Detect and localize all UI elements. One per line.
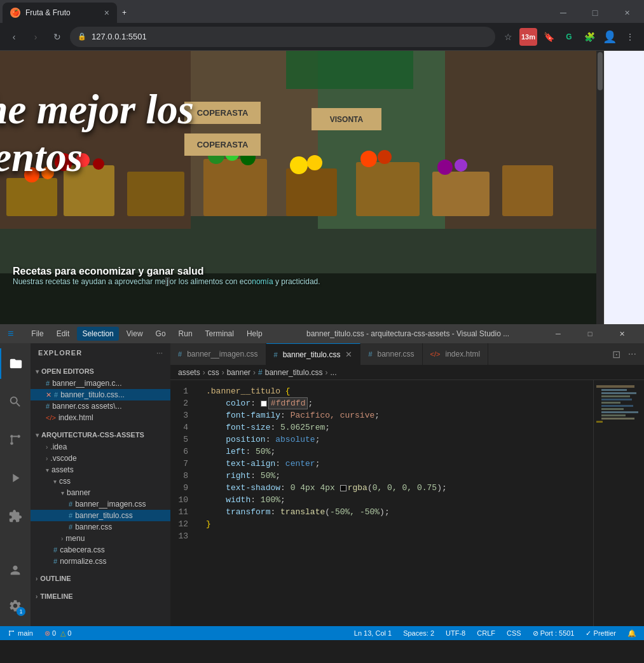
- editor-tab-bar: # banner__imagen.css # banner_titulo.css…: [170, 343, 644, 366]
- minimap-line-11: [601, 418, 634, 420]
- browser-maximize-button[interactable]: □: [580, 3, 610, 23]
- activity-explorer-icon[interactable]: [0, 348, 31, 379]
- editor-content[interactable]: 1 2 3 4 5 6 7 8 9 10 11 12 13 .banner__t…: [170, 380, 644, 626]
- file-banner-css[interactable]: # banner.css: [31, 521, 170, 533]
- menu-help[interactable]: Help: [242, 327, 268, 341]
- project-header[interactable]: ▾ ARQUITECTURA-CSS-ASSETS: [31, 428, 170, 441]
- open-editors-header[interactable]: ▾ OPEN EDITORS: [31, 365, 170, 378]
- status-bar-right: Ln 13, Col 1 Spaces: 2 UTF-8 CRLF CSS ⊘ …: [352, 629, 639, 638]
- language-item[interactable]: CSS: [504, 629, 524, 637]
- editor-breadcrumb: assets › css › banner › # banner_titulo.…: [170, 366, 644, 380]
- grammarly-icon[interactable]: G: [560, 28, 578, 46]
- scrollbar-thumb[interactable]: [598, 52, 603, 90]
- folder-idea[interactable]: › .idea: [31, 441, 170, 453]
- viewport-container: COPERASTA COPERASTA VISONTA Reaproveche …: [0, 51, 644, 324]
- website-description: Nuestras recetas te ayudan a aprovechar …: [13, 277, 591, 286]
- timeline-header[interactable]: › TIMELINE: [31, 590, 170, 603]
- activity-debug-icon[interactable]: [0, 463, 31, 493]
- code-line-13: [206, 530, 593, 542]
- property-left: left: [226, 447, 245, 456]
- code-text[interactable]: .banner__titulo { color: #fdfdfd; font-f…: [196, 380, 593, 626]
- port-item[interactable]: ⊘ Port : 5501: [530, 629, 577, 638]
- folder-banner[interactable]: ▾ banner: [31, 487, 170, 498]
- tab-close-button[interactable]: ×: [104, 8, 109, 18]
- semicolon-8: ;: [275, 471, 280, 481]
- prettier-item[interactable]: ✓ Prettier: [583, 629, 619, 638]
- folder-css-arrow: ▾: [53, 478, 57, 485]
- open-editor-banner-css[interactable]: # banner.css assets\...: [31, 400, 170, 412]
- menu-file[interactable]: File: [26, 327, 48, 341]
- vscode-maximize-button[interactable]: □: [575, 324, 605, 343]
- menu-view[interactable]: View: [121, 327, 148, 341]
- editor-more-icon[interactable]: ···: [626, 346, 639, 363]
- bookmark-star-icon[interactable]: ☆: [499, 28, 517, 46]
- line-ending-item[interactable]: CRLF: [474, 629, 498, 637]
- file-banner-imagen[interactable]: # banner__imagen.css: [31, 498, 170, 510]
- vscode-close-button[interactable]: ✕: [607, 324, 636, 343]
- tab-html-icon: </>: [430, 350, 441, 358]
- activity-account-icon[interactable]: [0, 555, 31, 585]
- menu-go[interactable]: Go: [151, 327, 171, 341]
- line-col-item[interactable]: Ln 13, Col 1: [352, 629, 394, 637]
- tab-close-active[interactable]: ✕: [345, 350, 352, 359]
- svg-rect-5: [6, 178, 57, 216]
- file-normalize[interactable]: # normalize.css: [31, 556, 170, 567]
- vscode-minimize-button[interactable]: ─: [544, 324, 573, 343]
- tab-css-icon-2: #: [274, 351, 278, 359]
- outline-header[interactable]: › OUTLINE: [31, 572, 170, 585]
- refresh-button[interactable]: ↻: [48, 28, 66, 46]
- line-num-3: 3: [170, 409, 196, 421]
- open-editor-banner-titulo[interactable]: ✕ # banner_titulo.css...: [31, 389, 170, 400]
- minimap-line-9: [601, 411, 638, 413]
- menu-dots-icon[interactable]: ⋮: [621, 28, 639, 46]
- menu-run[interactable]: Run: [174, 327, 198, 341]
- folder-vscode[interactable]: › .vscode: [31, 453, 170, 464]
- breadcrumb-hash-icon: #: [258, 368, 263, 377]
- browser-tab-active[interactable]: 🍎 Fruta & Fruto ×: [3, 3, 117, 23]
- folder-assets[interactable]: ▾ assets: [31, 464, 170, 475]
- activity-search-icon[interactable]: [0, 386, 31, 417]
- shadow-parens: (: [367, 483, 373, 493]
- menu-edit[interactable]: Edit: [51, 327, 75, 341]
- colon-9: :: [280, 483, 291, 493]
- folder-css[interactable]: ▾ css: [31, 475, 170, 487]
- back-button[interactable]: ‹: [5, 28, 23, 46]
- address-bar[interactable]: 🔒 127.0.0.1:5501: [70, 27, 495, 47]
- new-tab-button[interactable]: +: [117, 3, 142, 23]
- activity-extensions-icon[interactable]: [0, 501, 31, 531]
- encoding-item[interactable]: UTF-8: [443, 629, 468, 637]
- profile-icon[interactable]: 👤: [601, 28, 619, 46]
- line-num-12: 12: [170, 518, 196, 530]
- open-editor-titulo-label: banner_titulo.css...: [60, 390, 125, 399]
- activity-settings-icon[interactable]: 1: [0, 591, 31, 621]
- extension-icon[interactable]: 13m: [519, 28, 537, 46]
- split-editor-icon[interactable]: ⊡: [610, 346, 623, 363]
- menu-selection[interactable]: Selection: [77, 327, 118, 341]
- tab-banner-css[interactable]: # banner.css: [360, 343, 422, 366]
- folder-menu[interactable]: › menu: [31, 533, 170, 544]
- file-banner-titulo[interactable]: # banner_titulo.css: [31, 510, 170, 521]
- notifications-icon[interactable]: 🔔: [625, 629, 639, 638]
- browser-minimize-button[interactable]: ─: [549, 3, 578, 23]
- open-editor-banner-imagen[interactable]: # banner__imagen.c...: [31, 378, 170, 389]
- spaces-item[interactable]: Spaces: 2: [401, 629, 437, 637]
- open-editor-index[interactable]: </> index.html: [31, 412, 170, 423]
- tab-banner-titulo[interactable]: # banner_titulo.css ✕: [266, 343, 361, 366]
- tab-banner-imagen[interactable]: # banner__imagen.css: [170, 343, 266, 366]
- tab-index-html[interactable]: </> index.html: [423, 343, 489, 366]
- code-line-7: text-align: center;: [206, 458, 593, 470]
- errors-item[interactable]: ⊗ 0 △ 0: [42, 629, 74, 638]
- code-line-11: transform: translate(-50%, -50%);: [206, 506, 593, 518]
- activity-git-icon[interactable]: [0, 425, 31, 455]
- extensions-puzzle-icon[interactable]: 🧩: [580, 28, 598, 46]
- file-cabecera[interactable]: # cabecera.css: [31, 544, 170, 556]
- git-branch-item[interactable]: main: [5, 629, 36, 637]
- menu-terminal[interactable]: Terminal: [200, 327, 239, 341]
- font-family-value: Pacifico, cursive: [291, 411, 375, 420]
- browser-close-button[interactable]: ✕: [612, 3, 641, 23]
- svg-point-36: [17, 435, 20, 438]
- outline-label: OUTLINE: [40, 575, 71, 582]
- forward-button[interactable]: ›: [27, 28, 45, 46]
- explorer-actions[interactable]: ···: [156, 348, 163, 357]
- bookmark-icon[interactable]: 🔖: [540, 28, 558, 46]
